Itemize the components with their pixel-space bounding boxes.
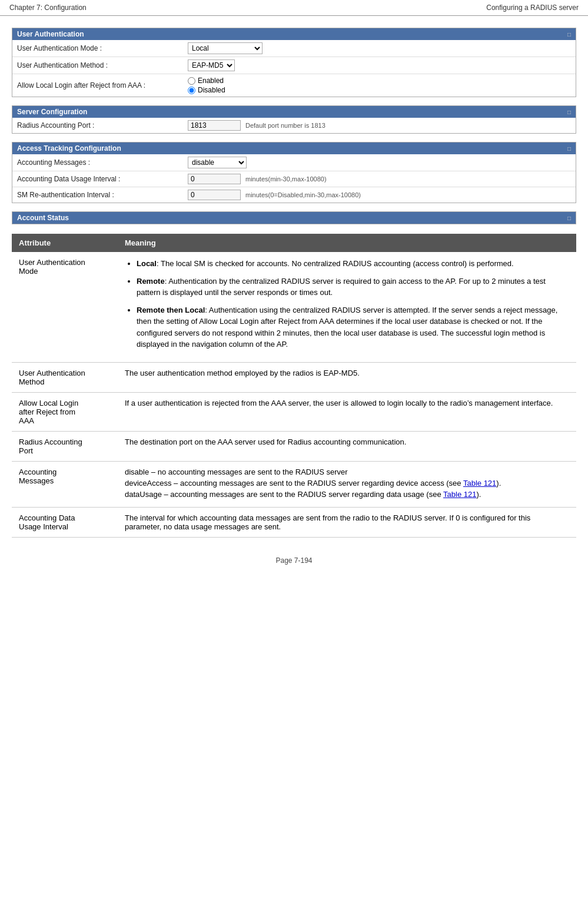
page-footer: Page 7-194 — [0, 549, 588, 572]
table-link[interactable]: Table 121 — [443, 490, 476, 499]
panel-row-0: Accounting Messages :disabledeviceAccess… — [12, 154, 576, 171]
radio-option-enabled[interactable]: Enabled — [188, 77, 225, 85]
table-row: User Authentication MethodThe user authe… — [12, 362, 576, 392]
select-userauthenticationmethod:[interactable]: EAP-MD5 — [188, 59, 235, 71]
panels-container: User Authentication□User Authentication … — [12, 28, 576, 224]
meaning-cell: Local: The local SM is checked for accou… — [118, 252, 576, 362]
field-label: Accounting Messages : — [17, 158, 188, 167]
field-label: Accounting Data Usage Interval : — [17, 175, 188, 183]
panel-title-text: Access Tracking Configuration — [17, 144, 121, 152]
panel-title-user-auth: User Authentication□ — [12, 28, 576, 40]
table-row: Accounting Data Usage IntervalThe interv… — [12, 507, 576, 537]
panel-title-text: Server Configuration — [17, 108, 87, 116]
page-header: Chapter 7: Configuration Configuring a R… — [0, 0, 588, 16]
field-control: disabledeviceAccessdataUsage — [188, 157, 571, 168]
meaning-cell: The destination port on the AAA server u… — [118, 431, 576, 461]
input-field[interactable] — [188, 120, 241, 131]
field-control: EAP-MD5 — [188, 59, 571, 71]
meaning-line: disable – no accounting messages are sen… — [125, 468, 569, 476]
meaning-text: If a user authentication is rejected fro… — [125, 399, 569, 407]
input-field[interactable] — [188, 174, 241, 184]
select-accountingmessages:[interactable]: disabledeviceAccessdataUsage — [188, 157, 247, 168]
panel-row-0: Radius Accounting Port :Default port num… — [12, 118, 576, 133]
meaning-text: The interval for which accounting data m… — [125, 513, 569, 531]
meaning-cell: The interval for which accounting data m… — [118, 507, 576, 537]
list-item: Remote then Local: Authentication using … — [137, 304, 569, 350]
meaning-cell: disable – no accounting messages are sen… — [118, 461, 576, 507]
attribute-cell: Accounting Messages — [12, 461, 118, 507]
panel-account-status: Account Status□ — [12, 211, 576, 224]
panel-title-text: Account Status — [17, 214, 69, 222]
table-row: Allow Local Login after Reject from AAAI… — [12, 392, 576, 431]
meaning-cell: The user authentication method employed … — [118, 362, 576, 392]
attribute-table: Attribute Meaning User Authentication Mo… — [12, 234, 576, 538]
field-label: User Authentication Mode : — [17, 44, 188, 52]
field-label: Radius Accounting Port : — [17, 121, 188, 130]
field-label: User Authentication Method : — [17, 61, 188, 69]
field-hint: Default port number is 1813 — [245, 122, 325, 129]
field-label: SM Re-authentication Interval : — [17, 191, 188, 199]
meaning-text: The destination port on the AAA server u… — [125, 437, 569, 446]
attribute-cell: User Authentication Mode — [12, 252, 118, 362]
panel-title-access-tracking: Access Tracking Configuration□ — [12, 142, 576, 154]
chapter-label: Chapter 7: Configuration — [9, 4, 87, 12]
panel-row-1: Accounting Data Usage Interval :minutes(… — [12, 171, 576, 187]
page-number: Page 7-194 — [275, 556, 312, 565]
panel-user-auth: User Authentication□User Authentication … — [12, 28, 576, 97]
table-row: Radius Accounting PortThe destination po… — [12, 431, 576, 461]
col-header-attribute: Attribute — [12, 234, 118, 252]
meaning-list: Local: The local SM is checked for accou… — [125, 258, 569, 350]
field-control: EnabledDisabled — [188, 77, 571, 94]
attribute-cell: Accounting Data Usage Interval — [12, 507, 118, 537]
attribute-cell: Radius Accounting Port — [12, 431, 118, 461]
radio-group: EnabledDisabled — [188, 77, 225, 94]
table-row: User Authentication ModeLocal: The local… — [12, 252, 576, 362]
table-body: User Authentication ModeLocal: The local… — [12, 252, 576, 537]
panel-collapse-icon[interactable]: □ — [567, 145, 571, 152]
select-userauthenticationmode:[interactable]: LocalRemoteRemote then Local — [188, 42, 263, 54]
field-control: LocalRemoteRemote then Local — [188, 42, 571, 54]
panel-row-2: Allow Local Login after Reject from AAA … — [12, 74, 576, 97]
panel-collapse-icon[interactable]: □ — [567, 31, 571, 38]
panel-access-tracking: Access Tracking Configuration□Accounting… — [12, 142, 576, 203]
list-item: Local: The local SM is checked for accou… — [137, 258, 569, 270]
panel-row-1: User Authentication Method :EAP-MD5 — [12, 57, 576, 74]
input-field[interactable] — [188, 190, 241, 200]
panel-title-server-config: Server Configuration□ — [12, 106, 576, 118]
panel-collapse-icon[interactable]: □ — [567, 109, 571, 115]
field-hint: minutes(min-30,max-10080) — [245, 175, 327, 183]
table-link[interactable]: Table 121 — [463, 479, 496, 488]
table-row: Accounting Messagesdisable – no accounti… — [12, 461, 576, 507]
field-control: minutes(min-30,max-10080) — [188, 174, 571, 184]
panel-server-config: Server Configuration□Radius Accounting P… — [12, 105, 576, 134]
field-hint: minutes(0=Disabled,min-30,max-10080) — [245, 191, 361, 198]
attribute-cell: Allow Local Login after Reject from AAA — [12, 392, 118, 431]
attribute-cell: User Authentication Method — [12, 362, 118, 392]
field-control: Default port number is 1813 — [188, 120, 571, 131]
meaning-line: deviceAccess – accounting messages are s… — [125, 479, 569, 488]
panel-row-0: User Authentication Mode :LocalRemoteRem… — [12, 40, 576, 57]
meaning-text: The user authentication method employed … — [125, 369, 569, 377]
panel-collapse-icon[interactable]: □ — [567, 215, 571, 221]
field-control: minutes(0=Disabled,min-30,max-10080) — [188, 190, 571, 200]
field-label: Allow Local Login after Reject from AAA … — [17, 81, 188, 89]
col-header-meaning: Meaning — [118, 234, 576, 252]
panel-title-account-status: Account Status□ — [12, 212, 576, 224]
meaning-line: dataUsage – accounting messages are sent… — [125, 490, 569, 499]
meaning-cell: If a user authentication is rejected fro… — [118, 392, 576, 431]
content-area: User Authentication□User Authentication … — [0, 22, 588, 543]
radio-option-disabled[interactable]: Disabled — [188, 86, 225, 94]
panel-row-2: SM Re-authentication Interval :minutes(0… — [12, 187, 576, 203]
panel-title-text: User Authentication — [17, 30, 84, 38]
section-label: Configuring a RADIUS server — [486, 4, 579, 12]
list-item: Remote: Authentication by the centralize… — [137, 276, 569, 299]
